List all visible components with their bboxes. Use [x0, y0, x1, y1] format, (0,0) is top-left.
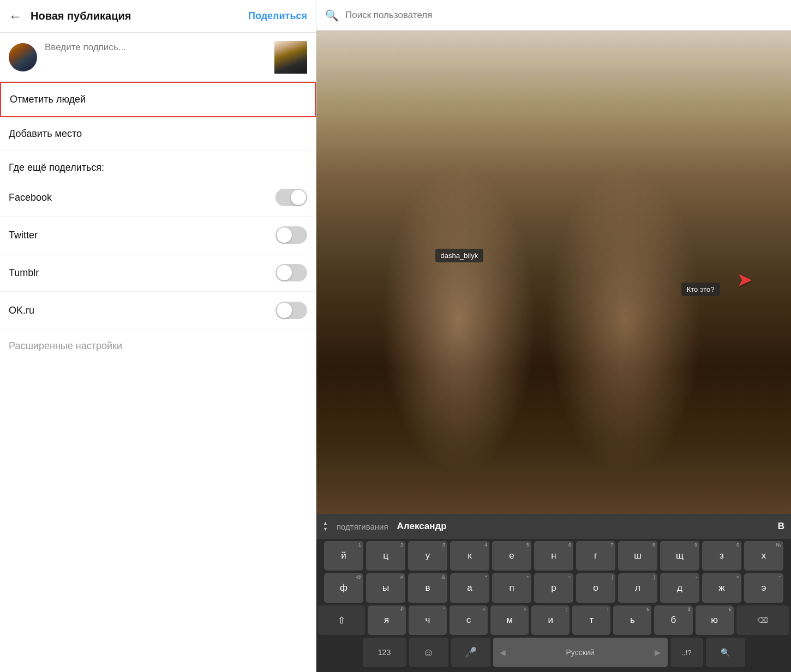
- tag-left[interactable]: dasha_bilyk: [435, 249, 484, 262]
- search-bar: 🔍: [316, 0, 791, 31]
- tumblr-label: Tumblr: [9, 267, 39, 279]
- key-ф[interactable]: @ф: [324, 573, 363, 603]
- key-а[interactable]: *а: [450, 573, 489, 603]
- avatar: [9, 43, 37, 71]
- key-т[interactable]: :т: [572, 605, 610, 635]
- add-place-item[interactable]: Добавить место: [0, 117, 316, 151]
- emoji-key[interactable]: ☺: [409, 638, 448, 667]
- keyboard-rows: 1й 2ц 3у 4к 5е 6н 7г 8ш 9щ 0з №х @ф #ы &…: [316, 539, 791, 672]
- key-row-1: 1й 2ц 3у 4к 5е 6н 7г 8ш 9щ 0з №х: [318, 541, 789, 571]
- key-к[interactable]: 4к: [450, 541, 489, 571]
- keyboard: ▲ ▼ подтягивания Александр В 1й 2ц 3у 4к…: [316, 514, 791, 672]
- okru-label: OK.ru: [9, 305, 34, 316]
- key-в[interactable]: &в: [408, 573, 447, 603]
- punct-key[interactable]: .,!?: [670, 638, 703, 667]
- key-х[interactable]: №х: [744, 541, 783, 571]
- keyboard-search-key[interactable]: 🔍: [706, 638, 745, 667]
- new-post-panel: ← Новая публикация Поделиться Отметить л…: [0, 0, 316, 672]
- okru-toggle-row: OK.ru: [0, 292, 316, 329]
- key-щ[interactable]: 9щ: [660, 541, 699, 571]
- share-button[interactable]: Поделиться: [248, 10, 307, 22]
- advanced-settings-link[interactable]: Расширенные настройки: [0, 329, 316, 363]
- key-б[interactable]: $б: [654, 605, 692, 635]
- main-suggestion[interactable]: Александр: [397, 521, 447, 532]
- thumbnail-image: [274, 41, 307, 74]
- photo-background: dasha_bilyk Кто это? ➤: [316, 31, 791, 514]
- facebook-label: Facebook: [9, 192, 52, 203]
- key-э[interactable]: ÷э: [744, 573, 783, 603]
- tumblr-toggle[interactable]: [275, 264, 307, 281]
- twitter-toggle[interactable]: [275, 226, 307, 244]
- facebook-toggle-row: Facebook: [0, 179, 316, 217]
- numbers-key[interactable]: 123: [363, 638, 406, 667]
- key-з[interactable]: 0з: [702, 541, 741, 571]
- key-row-4: 123 ☺ 🎤 ◀ Русский ▶ .,!? 🔍: [318, 638, 789, 667]
- tag-people-label: Отметить людей: [10, 94, 86, 105]
- right-panel: 🔍 dasha_bilyk Кто это? ➤ ▲ ▼ подтягивани…: [316, 0, 791, 672]
- key-р[interactable]: =р: [534, 573, 573, 603]
- twitter-label: Twitter: [9, 230, 38, 241]
- key-row-2: @ф #ы &в *а +п =р (о )л -д ×ж ÷э: [318, 573, 789, 603]
- post-thumbnail: [274, 41, 307, 74]
- key-д[interactable]: -д: [660, 573, 699, 603]
- twitter-toggle-row: Twitter: [0, 217, 316, 254]
- okru-toggle[interactable]: [275, 302, 307, 319]
- key-л[interactable]: )л: [618, 573, 657, 603]
- expand-icon[interactable]: ▲ ▼: [323, 521, 328, 532]
- twitter-toggle-knob: [277, 227, 292, 243]
- page-title: Новая публикация: [31, 10, 248, 22]
- key-ш[interactable]: 8ш: [618, 541, 657, 571]
- photo-container: dasha_bilyk Кто это? ➤: [316, 31, 791, 514]
- key-с[interactable]: «с: [450, 605, 488, 635]
- tag-right[interactable]: Кто это?: [681, 283, 720, 296]
- key-ч[interactable]: "ч: [409, 605, 447, 635]
- facebook-toggle[interactable]: [275, 189, 307, 206]
- facebook-toggle-knob: [291, 190, 306, 205]
- shift-key[interactable]: ⇧: [318, 605, 365, 635]
- people-photo: [316, 31, 791, 514]
- key-п[interactable]: +п: [492, 573, 531, 603]
- key-у[interactable]: 3у: [408, 541, 447, 571]
- okru-toggle-knob: [277, 303, 292, 318]
- suggestion-word[interactable]: подтягивания: [337, 522, 388, 531]
- key-ж[interactable]: ×ж: [702, 573, 741, 603]
- bold-key[interactable]: В: [778, 521, 784, 532]
- key-ц[interactable]: 2ц: [366, 541, 405, 571]
- key-и[interactable]: ;и: [531, 605, 570, 635]
- caption-area: [0, 33, 316, 82]
- space-key[interactable]: ◀ Русский ▶: [493, 638, 668, 667]
- key-ю[interactable]: €ю: [696, 605, 734, 635]
- key-row-3: ⇧ ₽я "ч «с »м ;и :т ъь $б €ю ⌫: [318, 605, 789, 635]
- header: ← Новая публикация Поделиться: [0, 0, 316, 33]
- mic-key[interactable]: 🎤: [451, 638, 490, 667]
- backspace-key[interactable]: ⌫: [736, 605, 789, 635]
- keyboard-toolbar: ▲ ▼ подтягивания Александр В: [316, 514, 791, 539]
- key-й[interactable]: 1й: [324, 541, 363, 571]
- avatar-image: [9, 43, 37, 71]
- key-г[interactable]: 7г: [576, 541, 615, 571]
- key-я[interactable]: ₽я: [368, 605, 406, 635]
- search-input[interactable]: [345, 10, 782, 21]
- tumblr-toggle-row: Tumblr: [0, 254, 316, 292]
- tumblr-toggle-knob: [277, 265, 292, 280]
- key-е[interactable]: 5е: [492, 541, 531, 571]
- key-н[interactable]: 6н: [534, 541, 573, 571]
- key-о[interactable]: (о: [576, 573, 615, 603]
- add-place-label: Добавить место: [9, 128, 82, 140]
- key-ы[interactable]: #ы: [366, 573, 405, 603]
- key-ь[interactable]: ъь: [613, 605, 651, 635]
- share-section-label: Где ещё поделиться:: [0, 151, 316, 179]
- search-icon: 🔍: [325, 9, 339, 22]
- tag-people-item[interactable]: Отметить людей: [0, 82, 316, 117]
- menu-section: Отметить людей Добавить место Где ещё по…: [0, 82, 316, 672]
- back-button[interactable]: ←: [9, 9, 22, 24]
- red-arrow-indicator: ➤: [736, 268, 753, 291]
- key-м[interactable]: »м: [490, 605, 529, 635]
- caption-input[interactable]: [45, 41, 274, 74]
